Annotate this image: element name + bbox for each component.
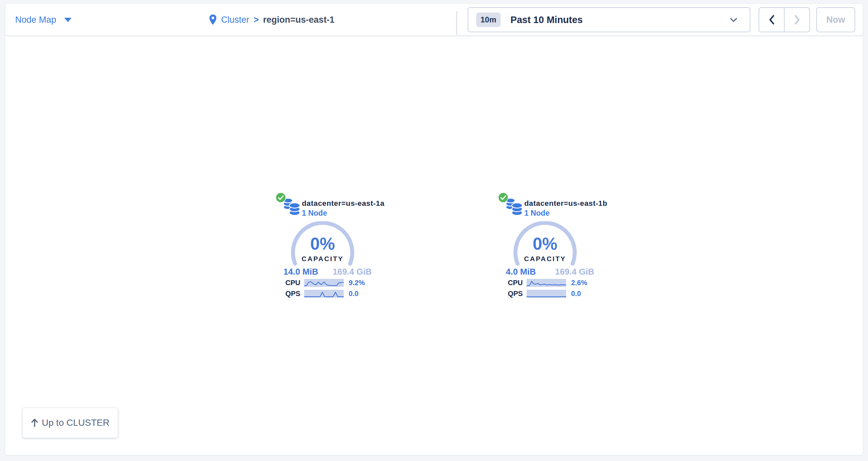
qps-value: 0.0 [571,290,581,298]
cpu-value: 9.2% [349,278,365,287]
qps-sparkline [527,290,566,298]
node-count: 1 Node [302,208,384,218]
time-nav [758,7,810,32]
cpu-row: CPU 9.2% [276,278,388,287]
chevron-right-icon [794,15,801,25]
arrow-up-icon [31,419,38,427]
qps-row: QPS 0.0 [276,290,388,298]
up-to-cluster-label: Up to CLUSTER [42,418,110,428]
header-divider [457,11,457,35]
caret-down-icon [64,18,71,22]
chevron-left-icon [769,15,775,25]
qps-label: QPS [285,290,303,298]
card-header: datacenter=us-east-1a 1 Node [302,199,384,218]
view-selector-dropdown[interactable]: Node Map [15,4,71,36]
qps-label: QPS [508,290,525,298]
cpu-label: CPU [285,278,303,287]
node-count: 1 Node [524,208,607,218]
capacity-values: 14.0 MiB 169.4 GiB [283,267,372,276]
capacity-label: CAPACITY [509,255,581,263]
header-bar: Node Map Cluster > region=us-east-1 10m … [5,4,863,36]
capacity-total: 169.4 GiB [555,267,594,276]
qps-sparkline [304,290,344,298]
time-range-dropdown[interactable]: 10m Past 10 Minutes [468,7,750,32]
time-range-label: Past 10 Minutes [510,14,583,25]
datacenter-title: datacenter=us-east-1b [524,199,607,208]
chevron-down-icon [730,18,737,22]
qps-row: QPS 0.0 [498,290,610,298]
datacenter-card[interactable]: datacenter=us-east-1a 1 Node 0% CAPACITY… [276,192,388,303]
node-map-page: Node Map Cluster > region=us-east-1 10m … [0,0,868,461]
capacity-percent: 0% [509,235,581,252]
cpu-label: CPU [508,278,525,287]
cpu-sparkline [304,279,344,287]
capacity-used: 14.0 MiB [283,267,318,276]
breadcrumb-current: region=us-east-1 [263,15,335,25]
up-to-cluster-button[interactable]: Up to CLUSTER [23,408,118,438]
capacity-total: 169.4 GiB [333,267,372,276]
view-selector-label: Node Map [15,15,56,25]
card-header: datacenter=us-east-1b 1 Node [524,199,607,218]
cpu-value: 2.6% [571,278,587,287]
next-time-button[interactable] [785,8,809,32]
location-pin-icon [209,14,217,25]
cpu-row: CPU 2.6% [498,278,610,287]
node-map-canvas: datacenter=us-east-1a 1 Node 0% CAPACITY… [5,36,863,455]
breadcrumb-separator: > [254,15,259,25]
now-button[interactable]: Now [816,7,855,32]
capacity-used: 4.0 MiB [506,267,536,276]
status-ok-icon [498,192,508,203]
prev-time-button[interactable] [759,8,785,32]
breadcrumb: Cluster > region=us-east-1 [209,4,335,36]
capacity-label: CAPACITY [286,255,359,263]
capacity-percent: 0% [286,235,359,252]
breadcrumb-cluster-link[interactable]: Cluster [221,15,249,25]
cpu-sparkline [527,279,566,287]
status-ok-icon [276,192,286,203]
datacenter-card[interactable]: datacenter=us-east-1b 1 Node 0% CAPACITY… [498,192,610,303]
qps-value: 0.0 [349,290,359,298]
time-range-badge: 10m [476,12,501,27]
capacity-values: 4.0 MiB 169.4 GiB [506,267,594,276]
datacenter-title: datacenter=us-east-1a [302,199,384,208]
